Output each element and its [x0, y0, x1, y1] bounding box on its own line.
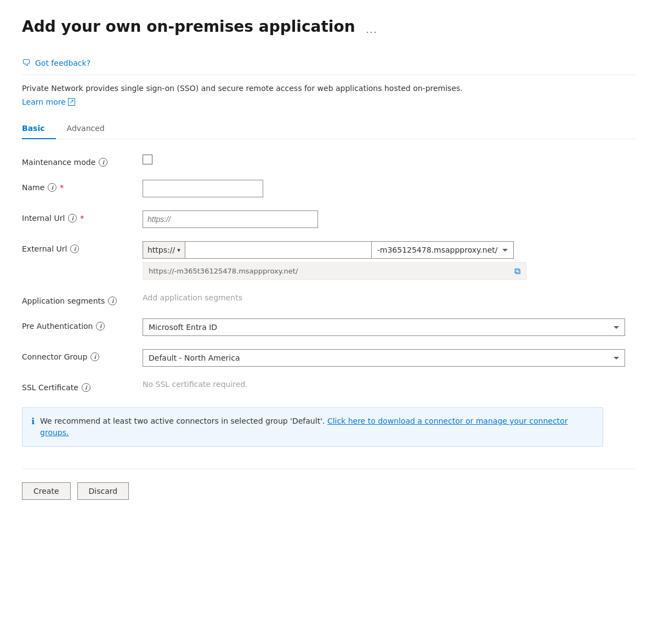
- external-url-top: https:// ▾ -m365125478.msappproxy.net/: [143, 241, 625, 259]
- ssl-certificate-control: No SSL certificate required.: [143, 380, 625, 389]
- footer-buttons: Create Discard: [22, 482, 636, 500]
- external-url-middle-input[interactable]: [185, 241, 371, 259]
- external-url-row: External Url i https:// ▾ -m365125478.ms…: [22, 241, 625, 280]
- add-segments-text[interactable]: Add application segments: [143, 290, 242, 302]
- connector-group-control: Default - North America: [143, 349, 625, 367]
- feedback-icon: 🗨: [22, 58, 31, 68]
- maintenance-mode-info-icon[interactable]: i: [99, 158, 107, 167]
- page-title: Add your own on-premises application: [22, 18, 355, 36]
- tab-advanced[interactable]: Advanced: [67, 119, 116, 139]
- external-url-info-icon[interactable]: i: [70, 244, 79, 253]
- external-link-icon: ↗: [68, 98, 75, 106]
- name-info-icon[interactable]: i: [48, 183, 56, 192]
- pre-authentication-control: Microsoft Entra ID: [143, 318, 625, 336]
- info-banner-text: We recommend at least two active connect…: [40, 415, 594, 438]
- internal-url-row: Internal Url i *: [22, 210, 625, 228]
- more-options-button[interactable]: ···: [362, 24, 382, 40]
- name-label: Name i *: [22, 180, 143, 192]
- domain-select[interactable]: -m365125478.msappproxy.net/: [371, 241, 514, 259]
- name-control: [143, 180, 625, 197]
- learn-more-text: Learn more: [22, 98, 66, 106]
- application-segments-row: Application segments i Add application s…: [22, 293, 625, 305]
- pre-authentication-select[interactable]: Microsoft Entra ID: [143, 318, 625, 336]
- domain-chevron-icon: [502, 249, 508, 252]
- name-row: Name i *: [22, 180, 625, 197]
- maintenance-mode-row: Maintenance mode i: [22, 155, 625, 167]
- connector-group-chevron-icon: [614, 357, 619, 360]
- copy-icon[interactable]: ⧉: [514, 266, 520, 276]
- pre-authentication-value: Microsoft Entra ID: [149, 323, 609, 332]
- external-url-preview: https://-m365t36125478.msappproxy.net/ ⧉: [143, 262, 526, 280]
- ssl-certificate-row: SSL Certificate i No SSL certificate req…: [22, 380, 625, 392]
- connector-group-select[interactable]: Default - North America: [143, 349, 625, 367]
- application-segments-label: Application segments i: [22, 293, 143, 305]
- application-segments-control: Add application segments: [143, 293, 625, 302]
- ssl-certificate-value: No SSL certificate required.: [143, 377, 248, 389]
- ssl-certificate-label: SSL Certificate i: [22, 380, 143, 392]
- name-input[interactable]: [143, 180, 263, 197]
- connector-group-row: Connector Group i Default - North Americ…: [22, 349, 625, 367]
- internal-url-info-icon[interactable]: i: [68, 214, 77, 223]
- pre-authentication-chevron-icon: [614, 326, 619, 329]
- external-url-label: External Url i: [22, 241, 143, 253]
- maintenance-mode-label: Maintenance mode i: [22, 155, 143, 167]
- internal-url-control: [143, 210, 625, 228]
- pre-authentication-label: Pre Authentication i: [22, 318, 143, 330]
- protocol-chevron-icon: ▾: [177, 247, 180, 254]
- protocol-select[interactable]: https:// ▾: [143, 241, 185, 259]
- internal-url-required-star: *: [80, 214, 84, 223]
- feedback-row[interactable]: 🗨 Got feedback?: [22, 58, 636, 68]
- connector-group-label: Connector Group i: [22, 349, 143, 361]
- tab-basic[interactable]: Basic: [22, 119, 56, 139]
- create-button[interactable]: Create: [22, 482, 71, 500]
- connector-group-value: Default - North America: [149, 354, 609, 362]
- internal-url-input[interactable]: [143, 210, 318, 228]
- banner-text: We recommend at least two active connect…: [40, 417, 327, 425]
- ssl-certificate-info-icon[interactable]: i: [82, 383, 90, 392]
- discard-button[interactable]: Discard: [77, 482, 129, 500]
- info-banner-icon: ℹ: [31, 416, 35, 426]
- maintenance-mode-checkbox[interactable]: [143, 155, 152, 164]
- feedback-label: Got feedback?: [35, 59, 90, 67]
- external-url-group: https:// ▾ -m365125478.msappproxy.net/ h…: [143, 241, 625, 280]
- protocol-value: https://: [148, 246, 175, 254]
- form-section: Maintenance mode i Name i * Internal Url…: [22, 155, 625, 392]
- pre-authentication-info-icon[interactable]: i: [96, 322, 105, 330]
- connector-group-info-icon[interactable]: i: [90, 352, 99, 361]
- pre-authentication-row: Pre Authentication i Microsoft Entra ID: [22, 318, 625, 336]
- description-text: Private Network provides single sign-on …: [22, 83, 636, 94]
- name-required-star: *: [60, 183, 64, 192]
- maintenance-mode-control: [143, 155, 625, 166]
- external-url-preview-text: https://-m365t36125478.msappproxy.net/: [149, 267, 298, 275]
- tabs-row: Basic Advanced: [22, 119, 636, 139]
- top-divider: [22, 75, 636, 75]
- info-banner: ℹ We recommend at least two active conne…: [22, 407, 603, 447]
- footer-divider: [22, 469, 636, 469]
- internal-url-label: Internal Url i *: [22, 210, 143, 223]
- application-segments-info-icon[interactable]: i: [108, 297, 117, 305]
- domain-value: -m365125478.msappproxy.net/: [377, 246, 498, 254]
- learn-more-link[interactable]: Learn more ↗: [22, 98, 75, 106]
